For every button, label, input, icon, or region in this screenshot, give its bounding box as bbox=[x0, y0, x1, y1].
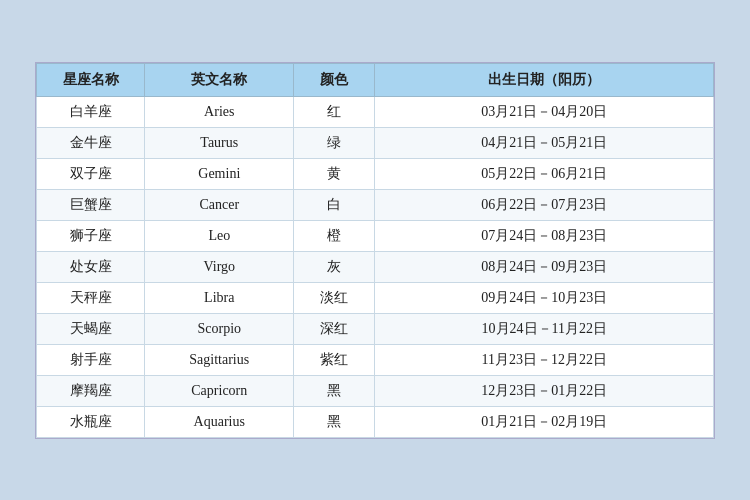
cell-color: 紫红 bbox=[294, 344, 375, 375]
cell-chinese: 射手座 bbox=[37, 344, 145, 375]
cell-chinese: 天蝎座 bbox=[37, 313, 145, 344]
cell-chinese: 天秤座 bbox=[37, 282, 145, 313]
cell-english: Cancer bbox=[145, 189, 294, 220]
cell-date: 11月23日－12月22日 bbox=[375, 344, 714, 375]
table-row: 处女座Virgo灰08月24日－09月23日 bbox=[37, 251, 714, 282]
table-row: 巨蟹座Cancer白06月22日－07月23日 bbox=[37, 189, 714, 220]
cell-chinese: 处女座 bbox=[37, 251, 145, 282]
cell-color: 红 bbox=[294, 96, 375, 127]
zodiac-table-wrapper: 星座名称 英文名称 颜色 出生日期（阳历） 白羊座Aries红03月21日－04… bbox=[35, 62, 715, 439]
header-date: 出生日期（阳历） bbox=[375, 63, 714, 96]
cell-date: 09月24日－10月23日 bbox=[375, 282, 714, 313]
table-row: 射手座Sagittarius紫红11月23日－12月22日 bbox=[37, 344, 714, 375]
cell-date: 12月23日－01月22日 bbox=[375, 375, 714, 406]
table-body: 白羊座Aries红03月21日－04月20日金牛座Taurus绿04月21日－0… bbox=[37, 96, 714, 437]
table-row: 天蝎座Scorpio深红10月24日－11月22日 bbox=[37, 313, 714, 344]
cell-color: 橙 bbox=[294, 220, 375, 251]
cell-chinese: 狮子座 bbox=[37, 220, 145, 251]
table-row: 摩羯座Capricorn黑12月23日－01月22日 bbox=[37, 375, 714, 406]
cell-color: 黑 bbox=[294, 375, 375, 406]
cell-date: 10月24日－11月22日 bbox=[375, 313, 714, 344]
cell-color: 黄 bbox=[294, 158, 375, 189]
cell-english: Sagittarius bbox=[145, 344, 294, 375]
cell-english: Leo bbox=[145, 220, 294, 251]
cell-date: 05月22日－06月21日 bbox=[375, 158, 714, 189]
table-row: 水瓶座Aquarius黑01月21日－02月19日 bbox=[37, 406, 714, 437]
cell-english: Capricorn bbox=[145, 375, 294, 406]
table-row: 金牛座Taurus绿04月21日－05月21日 bbox=[37, 127, 714, 158]
cell-chinese: 双子座 bbox=[37, 158, 145, 189]
cell-english: Aries bbox=[145, 96, 294, 127]
cell-date: 08月24日－09月23日 bbox=[375, 251, 714, 282]
cell-chinese: 白羊座 bbox=[37, 96, 145, 127]
header-chinese: 星座名称 bbox=[37, 63, 145, 96]
cell-color: 绿 bbox=[294, 127, 375, 158]
cell-chinese: 巨蟹座 bbox=[37, 189, 145, 220]
table-row: 双子座Gemini黄05月22日－06月21日 bbox=[37, 158, 714, 189]
table-row: 狮子座Leo橙07月24日－08月23日 bbox=[37, 220, 714, 251]
cell-english: Taurus bbox=[145, 127, 294, 158]
cell-english: Scorpio bbox=[145, 313, 294, 344]
cell-date: 06月22日－07月23日 bbox=[375, 189, 714, 220]
cell-chinese: 金牛座 bbox=[37, 127, 145, 158]
cell-color: 深红 bbox=[294, 313, 375, 344]
cell-chinese: 水瓶座 bbox=[37, 406, 145, 437]
table-header-row: 星座名称 英文名称 颜色 出生日期（阳历） bbox=[37, 63, 714, 96]
header-color: 颜色 bbox=[294, 63, 375, 96]
cell-color: 灰 bbox=[294, 251, 375, 282]
cell-english: Libra bbox=[145, 282, 294, 313]
zodiac-table: 星座名称 英文名称 颜色 出生日期（阳历） 白羊座Aries红03月21日－04… bbox=[36, 63, 714, 438]
cell-english: Aquarius bbox=[145, 406, 294, 437]
table-row: 白羊座Aries红03月21日－04月20日 bbox=[37, 96, 714, 127]
cell-chinese: 摩羯座 bbox=[37, 375, 145, 406]
header-english: 英文名称 bbox=[145, 63, 294, 96]
cell-color: 淡红 bbox=[294, 282, 375, 313]
cell-date: 01月21日－02月19日 bbox=[375, 406, 714, 437]
cell-color: 白 bbox=[294, 189, 375, 220]
cell-date: 04月21日－05月21日 bbox=[375, 127, 714, 158]
table-row: 天秤座Libra淡红09月24日－10月23日 bbox=[37, 282, 714, 313]
cell-color: 黑 bbox=[294, 406, 375, 437]
cell-date: 03月21日－04月20日 bbox=[375, 96, 714, 127]
cell-english: Gemini bbox=[145, 158, 294, 189]
cell-english: Virgo bbox=[145, 251, 294, 282]
cell-date: 07月24日－08月23日 bbox=[375, 220, 714, 251]
